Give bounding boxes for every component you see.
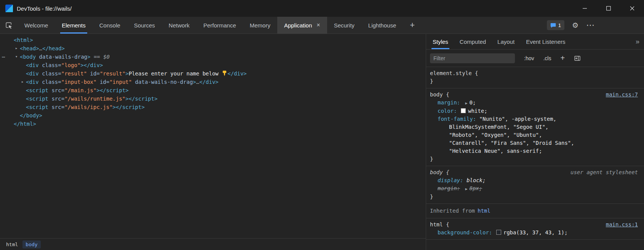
inspect-element-icon[interactable] <box>0 17 18 34</box>
new-style-rule-button[interactable]: + <box>560 54 565 62</box>
tree-node[interactable]: <script src="/wails/ipc.js"></script> <box>0 103 426 111</box>
css-property-value[interactable]: rgba(33, 37, 43, 1); <box>503 229 568 236</box>
css-property-value[interactable]: 8px; <box>469 185 482 191</box>
maximize-button[interactable] <box>597 0 620 17</box>
rule-selector[interactable]: element.style { <box>430 69 478 77</box>
settings-gear-icon[interactable]: ⚙ <box>572 22 578 29</box>
tab-security[interactable]: Security <box>327 17 361 34</box>
crumb-html[interactable]: html <box>3 240 21 248</box>
color-swatch[interactable] <box>496 230 501 235</box>
tree-node[interactable]: <html> <box>0 36 426 44</box>
css-property-value[interactable]: "Nunito", -apple-system, <box>479 116 556 122</box>
styles-filter-input[interactable] <box>430 53 515 63</box>
sidebar-tab-styles[interactable]: Styles <box>427 34 454 49</box>
tab-elements[interactable]: Elements <box>55 17 93 34</box>
css-declaration[interactable]: background-color: rgba(33, 37, 43, 1); <box>426 229 640 237</box>
expand-arrow-icon[interactable]: ▸ <box>14 44 19 53</box>
tree-node[interactable]: <div class="result" id="result">Please e… <box>0 69 426 78</box>
rule-header: element.style { <box>426 69 640 77</box>
inherited-node-link[interactable]: html <box>478 208 491 214</box>
style-rule: element.style {} <box>426 67 644 88</box>
more-tabs-button[interactable]: + <box>403 20 422 30</box>
stylesheet-link[interactable]: main.css:1 <box>606 221 640 229</box>
tree-node[interactable]: ▸<div class="input-box" id="input" data-… <box>0 78 426 86</box>
code-token: "input" <box>109 79 132 85</box>
tab-application[interactable]: Application× <box>277 17 327 34</box>
css-property-value[interactable]: "Helvetica Neue", sans-serif; <box>449 148 542 154</box>
expand-longhand-icon[interactable]: ▶ <box>465 101 467 105</box>
color-swatch[interactable] <box>461 108 466 113</box>
css-value-continuation: "Cantarell", "Fira Sans", "Droid Sans", <box>426 139 640 147</box>
class-toggle[interactable]: .cls <box>543 55 551 61</box>
main-area: <html>▸<head>…</head>⋯▾<body data-wails-… <box>0 34 644 250</box>
code-token: id= <box>96 79 109 85</box>
tab-sources[interactable]: Sources <box>127 17 162 34</box>
rule-selector[interactable]: html { <box>430 221 449 229</box>
tab-label: Network <box>169 22 190 29</box>
close-button[interactable] <box>620 0 644 17</box>
css-property-name[interactable]: color: <box>438 108 457 114</box>
css-property-name[interactable]: background-color: <box>438 229 492 236</box>
code-token: <div <box>26 62 42 68</box>
css-property-value[interactable]: block; <box>467 177 486 183</box>
css-declaration[interactable]: color: white; <box>426 107 640 115</box>
css-property-value[interactable]: "Cantarell", "Fira Sans", "Droid Sans", <box>449 140 574 146</box>
css-property-name[interactable]: margin: <box>438 99 460 106</box>
css-declaration[interactable]: display: block; <box>426 176 640 184</box>
tab-welcome[interactable]: Welcome <box>18 17 55 34</box>
pseudo-state-toggle[interactable]: :hov <box>524 55 534 61</box>
css-declaration[interactable]: font-family: "Nunito", -apple-system, <box>426 115 640 123</box>
tree-node[interactable]: <script src="/main.js"></script> <box>0 86 426 95</box>
code-token: == $0 <box>90 54 110 60</box>
css-declaration[interactable]: margin: ▶8px; <box>426 184 640 193</box>
computed-sidebar-toggle-icon[interactable] <box>574 55 581 62</box>
elements-panel: <html>▸<head>…</head>⋯▾<body data-wails-… <box>0 34 426 250</box>
stylesheet-link[interactable]: main.css:7 <box>606 91 640 99</box>
overflow-tabs-icon[interactable]: » <box>636 38 644 46</box>
sidebar-tab-event-listeners[interactable]: Event Listeners <box>520 34 571 49</box>
tree-node[interactable]: ⋯▾<body data-wails-drag> == $0 <box>0 53 426 61</box>
code-token: ></script> <box>113 104 145 110</box>
css-property-value[interactable]: white; <box>468 108 487 114</box>
css-property-value[interactable]: "Roboto", "Oxygen", "Ubuntu", <box>449 132 542 138</box>
css-property-name[interactable]: margin: <box>438 185 460 191</box>
css-declaration[interactable]: margin: ▶0; <box>426 99 640 107</box>
code-token: > <box>125 71 128 77</box>
code-token: data-wails-drag <box>39 54 87 60</box>
crumb-body[interactable]: body <box>22 240 40 248</box>
sidebar-tab-layout[interactable]: Layout <box>492 34 520 49</box>
css-property-value[interactable]: 0; <box>469 99 476 106</box>
close-tab-icon[interactable]: × <box>316 22 320 28</box>
issues-badge[interactable]: 1 <box>547 20 564 30</box>
code-token: <script <box>26 96 51 102</box>
expand-longhand-icon[interactable]: ▶ <box>465 187 467 191</box>
code-token: ></script> <box>96 87 128 93</box>
pointing-down-emoji <box>222 71 227 77</box>
sidebar-tab-computed[interactable]: Computed <box>454 34 492 49</box>
tree-node[interactable]: </body> <box>0 111 426 120</box>
rule-selector[interactable]: body { <box>430 91 449 99</box>
rule-selector[interactable]: body { <box>430 168 449 176</box>
css-property-name[interactable]: display: <box>438 177 463 183</box>
rule-close-brace: } <box>426 193 640 201</box>
tab-lighthouse[interactable]: Lighthouse <box>361 17 403 34</box>
expand-arrow-icon[interactable]: ▾ <box>14 53 19 61</box>
tree-node[interactable]: ▸<head>…</head> <box>0 44 426 53</box>
tab-console[interactable]: Console <box>93 17 127 34</box>
css-property-value[interactable]: BlinkMacSystemFont, "Segoe UI", <box>449 124 548 130</box>
tab-memory[interactable]: Memory <box>243 17 277 34</box>
more-options-icon[interactable]: ⋯ <box>586 21 594 29</box>
styles-sidebar: StylesComputedLayoutEvent Listeners » :h… <box>426 34 644 250</box>
css-property-name[interactable]: font-family: <box>438 116 476 122</box>
tree-node[interactable]: <div class="logo"></div> <box>0 61 426 69</box>
tree-node[interactable]: <script src="/wails/runtime.js"></script… <box>0 95 426 103</box>
code-token: src= <box>51 96 64 102</box>
tab-network[interactable]: Network <box>162 17 197 34</box>
expand-arrow-icon[interactable]: ▸ <box>20 78 25 86</box>
rule-close-brace: } <box>426 77 640 85</box>
tree-node[interactable]: </html> <box>0 120 426 128</box>
code-token: </div> <box>199 79 219 85</box>
minimize-button[interactable] <box>573 0 597 17</box>
node-menu-icon[interactable]: ⋯ <box>2 53 5 61</box>
tab-performance[interactable]: Performance <box>197 17 243 34</box>
